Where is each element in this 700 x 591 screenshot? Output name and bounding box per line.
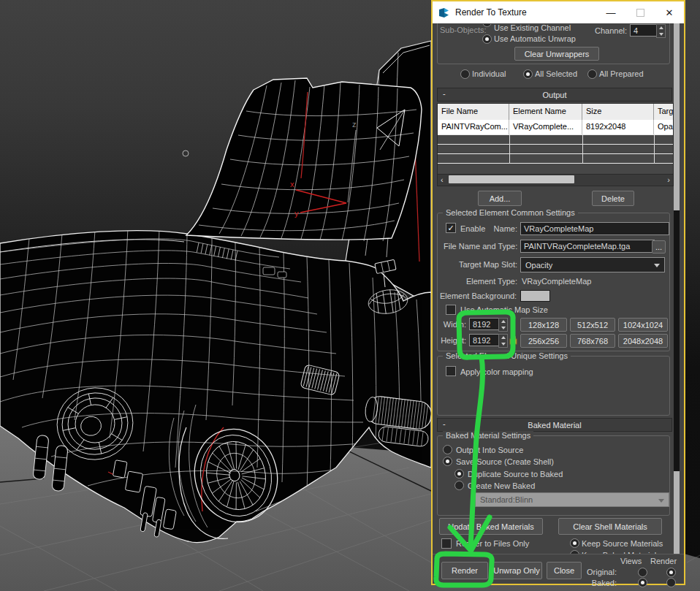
close-button[interactable]: ✕ xyxy=(655,1,684,23)
unwrap-only-button[interactable]: Unwrap Only xyxy=(491,562,542,579)
scroll-left-icon[interactable]: ‹ xyxy=(441,177,444,183)
height-label: Height: xyxy=(435,336,466,345)
empty-row xyxy=(438,144,673,154)
file-name-field[interactable]: PAINTVRayCompleteMap.tga xyxy=(520,240,655,253)
keep-source-materials-label: Keep Source Materials xyxy=(582,539,663,548)
baked-material-rollout-header[interactable]: - Baked Material xyxy=(437,418,672,432)
name-field[interactable]: VRayCompleteMap xyxy=(520,222,669,235)
use-existing-channel-label: Use Existing Channel xyxy=(494,23,571,32)
preset-256-button[interactable]: 256x256 xyxy=(520,334,567,348)
minimize-button[interactable]: — xyxy=(596,1,625,23)
name-label: Name: xyxy=(491,224,517,233)
baked-label: Baked: xyxy=(576,579,617,587)
width-label: Width: xyxy=(438,320,466,329)
maximize-button[interactable] xyxy=(625,1,655,23)
chevron-down-icon xyxy=(654,264,660,267)
col-file-name: File Name xyxy=(438,104,509,120)
dialog-title: Render To Texture xyxy=(455,7,527,18)
delete-button[interactable]: Delete xyxy=(592,191,634,206)
open-hood-panel[interactable] xyxy=(183,78,422,241)
save-source-label: Save Source (Create Shell) xyxy=(456,457,554,466)
render-to-texture-dialog: Render To Texture — ✕ Sub-Objects: Use E… xyxy=(431,0,685,585)
individual-label: Individual xyxy=(472,69,506,78)
preset-768-button[interactable]: 768x768 xyxy=(570,334,615,348)
create-new-baked-radio[interactable] xyxy=(454,481,464,490)
auto-map-size-checkbox[interactable] xyxy=(446,305,456,315)
browse-button[interactable]: ... xyxy=(652,240,666,253)
original-render-radio[interactable] xyxy=(666,568,676,577)
duplicate-source-label: Duplicate Source to Baked xyxy=(468,470,563,478)
auto-map-size-label: Use Automatic Map Size xyxy=(460,305,548,314)
lock-aspect-icon[interactable] xyxy=(509,335,518,346)
baked-views-radio[interactable] xyxy=(638,578,647,587)
axis-y-label: y xyxy=(294,209,299,218)
sub-objects-label: Sub-Objects: xyxy=(440,26,487,34)
target-map-slot-label: Target Map Slot: xyxy=(454,260,517,269)
all-prepared-label: All Prepared xyxy=(599,69,644,78)
height-spinner[interactable] xyxy=(498,334,508,348)
baked-material-dropdown: Standard:Blinn xyxy=(475,492,669,507)
render-column-label: Render xyxy=(650,557,677,565)
original-views-radio[interactable] xyxy=(638,568,647,577)
scroll-right-icon[interactable]: › xyxy=(667,177,670,183)
views-column-label: Views xyxy=(620,557,642,565)
add-button[interactable]: Add... xyxy=(478,191,522,206)
col-target: Targ xyxy=(654,104,673,120)
chevron-down-icon xyxy=(658,499,664,503)
output-table[interactable]: File Name Element Name Size Targ PAINTVR… xyxy=(437,103,674,175)
col-size: Size xyxy=(582,104,654,120)
clear-shell-materials-button[interactable]: Clear Shell Materials xyxy=(558,518,662,535)
collapse-icon[interactable]: - xyxy=(443,419,446,428)
preset-1024-button[interactable]: 1024x1024 xyxy=(618,318,668,332)
render-button[interactable]: Render xyxy=(441,562,488,579)
enable-checkbox[interactable] xyxy=(446,223,456,233)
side-exhaust xyxy=(362,395,433,448)
channel-label: Channel: xyxy=(595,26,627,35)
table-row[interactable]: PAINTVRayCom... VRayComplete... 8192x204… xyxy=(438,120,673,134)
baked-render-radio[interactable] xyxy=(666,578,676,587)
file-name-type-label: File Name and Type: xyxy=(444,242,517,251)
use-automatic-unwrap-label: Use Automatic Unwrap xyxy=(494,34,576,43)
unique-settings-title: Selected Element Unique Settings xyxy=(443,351,571,360)
apply-color-mapping-checkbox[interactable] xyxy=(446,366,456,376)
all-selected-radio[interactable] xyxy=(523,69,533,79)
apply-color-mapping-label: Apply color mapping xyxy=(460,367,533,376)
update-baked-materials-button[interactable]: Update Baked Materials xyxy=(439,518,543,535)
preset-2048-button[interactable]: 2048x2048 xyxy=(618,334,668,348)
all-prepared-radio[interactable] xyxy=(587,69,597,79)
individual-radio[interactable] xyxy=(460,69,470,79)
empty-row xyxy=(438,153,673,164)
output-into-source-radio[interactable] xyxy=(443,445,452,454)
element-type-value: VRayCompleteMap xyxy=(522,277,591,286)
render-to-files-only-checkbox[interactable] xyxy=(441,538,452,549)
hscroll-thumb[interactable] xyxy=(449,175,574,183)
dialog-footer: Views Render Render Unwrap Only Close Or… xyxy=(433,554,684,584)
preset-128-button[interactable]: 128x128 xyxy=(520,318,567,332)
table-header-row[interactable]: File Name Element Name Size Targ xyxy=(438,104,673,120)
keep-source-materials-radio[interactable] xyxy=(570,538,579,548)
dialog-scroll-content: Sub-Objects: Use Existing Channel Channe… xyxy=(433,23,684,554)
viewport: z x y Render To Texture — ✕ Sub-Objects:… xyxy=(0,0,700,591)
preset-512-button[interactable]: 512x512 xyxy=(570,318,615,332)
dialog-titlebar[interactable]: Render To Texture — ✕ xyxy=(433,1,684,23)
empty-row xyxy=(438,134,673,145)
width-spinner[interactable] xyxy=(498,318,508,332)
vscroll-thumb[interactable] xyxy=(674,23,680,210)
collapse-icon[interactable]: - xyxy=(443,89,446,98)
unique-settings-group xyxy=(437,356,670,416)
use-automatic-unwrap-radio[interactable] xyxy=(482,34,492,44)
common-settings-title: Selected Element Common Settings xyxy=(443,208,578,217)
element-background-swatch[interactable] xyxy=(520,290,550,302)
create-new-baked-label: Create New Baked xyxy=(468,481,535,490)
render-to-files-only-label: Render to Files Only xyxy=(456,539,529,548)
target-map-slot-dropdown[interactable]: Opacity xyxy=(520,257,665,272)
vscroll-thumb[interactable] xyxy=(674,471,680,554)
table-hscrollbar[interactable]: ‹ › xyxy=(437,174,674,186)
clear-unwrappers-button[interactable]: Clear Unwrappers xyxy=(514,47,599,61)
dialog-vscrollbar[interactable] xyxy=(674,23,680,554)
channel-spinner[interactable] xyxy=(656,24,666,38)
save-source-radio[interactable] xyxy=(443,457,452,466)
output-rollout-header[interactable]: - Output xyxy=(437,88,672,102)
axis-z-label: z xyxy=(352,120,357,129)
duplicate-source-radio[interactable] xyxy=(454,469,464,478)
